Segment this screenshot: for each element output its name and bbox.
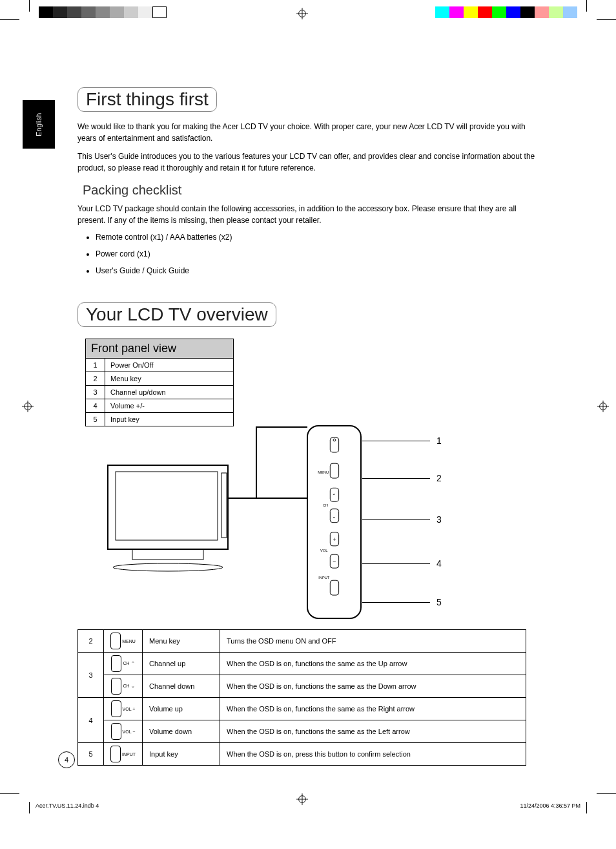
table-row: 4 VOL + Volume up When the OSD is on, fu… [78, 698, 526, 720]
footer-filename: Acer.TV.US.11.24.indb 4 [36, 802, 99, 809]
table-cell: When the OSD is on, functions the same a… [220, 698, 526, 720]
svg-point-16 [113, 563, 223, 571]
table-cell: Turns the OSD menu ON and OFF [220, 630, 526, 653]
svg-rect-12 [108, 465, 228, 549]
connector-line [256, 426, 257, 498]
packing-intro: Your LCD TV package should contain the f… [77, 203, 536, 226]
svg-rect-31 [330, 580, 338, 595]
table-cell: 5 [78, 743, 104, 766]
callout-list: 1 2 3 4 5 [362, 435, 442, 628]
intro-paragraph: We would like to thank you for making th… [77, 121, 536, 144]
crop-mark [0, 19, 19, 20]
functions-table: 2 MENU Menu key Turns the OSD menu ON an… [77, 629, 526, 766]
table-cell: Channel down [143, 675, 220, 698]
svg-text:⌄: ⌄ [332, 514, 336, 519]
crop-mark [586, 0, 587, 12]
table-cell: 5 [86, 413, 105, 426]
svg-rect-14 [221, 473, 227, 538]
panel-illustration: MENU ⌃ CH ⌄ + VOL − INPUT [307, 425, 362, 619]
section-heading-overview: Your LCD TV overview [77, 302, 276, 327]
callout-number: 2 [436, 473, 442, 483]
callout-number: 3 [436, 514, 442, 525]
button-label: MENU [122, 639, 136, 644]
registration-mark-icon [296, 8, 308, 19]
table-cell: Power On/Off [105, 359, 234, 372]
svg-rect-17 [330, 437, 338, 452]
table-cell: Input key [143, 743, 220, 766]
svg-text:CH: CH [323, 503, 328, 507]
table-row: VOL − Volume down When the OSD is on, fu… [78, 720, 526, 743]
crop-mark [586, 802, 587, 813]
svg-text:INPUT: INPUT [318, 576, 330, 580]
svg-rect-19 [330, 463, 338, 478]
callout-line [362, 519, 430, 520]
table-cell: Volume +/- [105, 399, 234, 413]
footer-timestamp: 11/24/2006 4:36:57 PM [520, 802, 580, 809]
button-label: CH ⌃ [123, 661, 134, 666]
list-item: Remote control (x1) / AAA batteries (x2) [96, 233, 536, 242]
registration-mark-icon [597, 401, 609, 412]
crop-mark [0, 793, 19, 794]
table-cell: 4 [78, 698, 104, 743]
button-icon-cell: VOL − [104, 720, 143, 743]
button-icon-cell: INPUT [104, 743, 143, 766]
table-cell: When the OSD is on, functions the same a… [220, 653, 526, 675]
table-cell: When the OSD is on, press this button to… [220, 743, 526, 766]
svg-text:+: + [333, 536, 336, 543]
button-label: INPUT [122, 752, 136, 757]
table-cell: 3 [86, 386, 105, 399]
callout-line [362, 441, 430, 441]
table-header: Front panel view [86, 339, 234, 359]
table-cell: 2 [78, 630, 104, 653]
callout-line [362, 563, 430, 564]
svg-point-18 [333, 439, 336, 441]
svg-text:−: − [333, 558, 336, 565]
table-cell: 1 [86, 359, 105, 372]
page-number: 4 [58, 751, 75, 768]
table-cell: Volume down [143, 720, 220, 743]
table-row: 5 INPUT Input key When the OSD is on, pr… [78, 743, 526, 766]
crop-mark [29, 802, 30, 813]
crop-mark [29, 0, 30, 12]
table-cell: Input key [105, 413, 234, 426]
callout-number: 5 [436, 597, 442, 607]
connector-line [229, 498, 307, 499]
connector-line [256, 426, 307, 428]
button-icon [111, 678, 121, 695]
table-cell: 3 [78, 653, 104, 698]
table-cell: Channel up [143, 653, 220, 675]
button-icon [110, 633, 121, 649]
crop-mark [597, 793, 616, 794]
callout-number: 4 [436, 558, 442, 569]
button-label: CH ⌄ [123, 684, 134, 689]
registration-mark-icon [22, 401, 34, 412]
button-icon [111, 723, 121, 740]
packing-list: Remote control (x1) / AAA batteries (x2)… [77, 233, 536, 275]
button-label: VOL − [123, 729, 136, 734]
button-icon-cell: MENU [104, 630, 143, 653]
table-row: 3 CH ⌃ Channel up When the OSD is on, fu… [78, 653, 526, 675]
crop-mark [597, 19, 616, 20]
button-icon [110, 746, 121, 762]
table-cell: Channel up/down [105, 386, 234, 399]
table-cell: 4 [86, 399, 105, 413]
callout-line [362, 602, 430, 603]
subheading-packing: Packing checklist [83, 183, 536, 198]
list-item: User's Guide / Quick Guide [96, 266, 536, 275]
svg-rect-13 [116, 472, 218, 540]
button-icon-cell: CH ⌃ [104, 653, 143, 675]
button-label: VOL + [123, 707, 136, 711]
callout-number: 1 [436, 435, 442, 446]
table-cell: Volume up [143, 698, 220, 720]
color-bar [435, 6, 577, 18]
section-heading-first-things: First things first [77, 87, 217, 112]
diagram-area: MENU ⌃ CH ⌄ + VOL − INPUT 1 2 [77, 438, 536, 574]
svg-text:MENU: MENU [318, 470, 329, 474]
tv-illustration [107, 464, 229, 574]
table-cell: Menu key [143, 630, 220, 653]
grayscale-bar [39, 6, 167, 18]
page: English First things first We would like… [0, 0, 616, 849]
button-icon [111, 700, 121, 717]
table-row: 2 MENU Menu key Turns the OSD menu ON an… [78, 630, 526, 653]
registration-mark-icon [296, 793, 308, 805]
